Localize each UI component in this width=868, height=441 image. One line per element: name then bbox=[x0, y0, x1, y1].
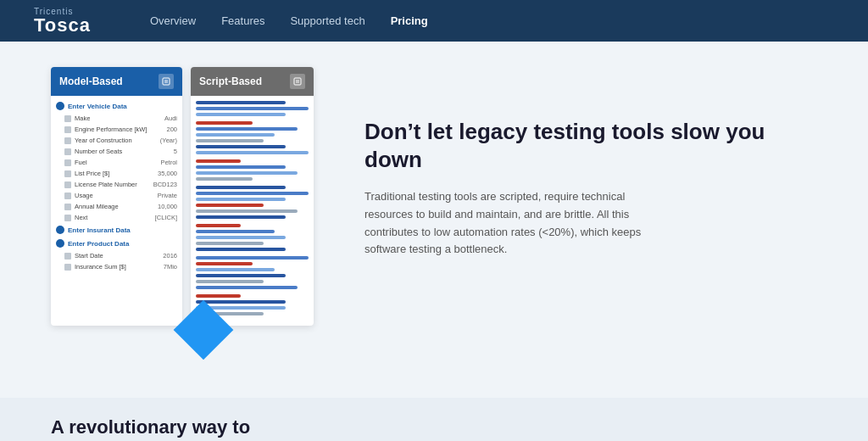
bottom-heading: A revolutionary way to bbox=[51, 416, 250, 438]
section-insurant: Enter Insurant Data bbox=[51, 223, 182, 237]
section-product-icon bbox=[56, 239, 64, 248]
table-row: Annual Mileage 10,000 bbox=[51, 201, 182, 212]
nav-pricing[interactable]: Pricing bbox=[391, 14, 428, 27]
table-row: Engine Performance [kW] 200 bbox=[51, 124, 182, 135]
row-icon bbox=[64, 126, 71, 133]
table-row: Fuel Petrol bbox=[51, 157, 182, 168]
table-row: Make Audi bbox=[51, 113, 182, 124]
section-vehicle-label: Enter Vehicle Data bbox=[68, 103, 127, 110]
main-section: Model-Based Enter Vehicle Data Make Audi bbox=[0, 42, 868, 398]
row-icon bbox=[64, 215, 71, 221]
section-insurant-icon bbox=[56, 226, 64, 234]
table-row: Usage Private bbox=[51, 190, 182, 201]
table-row: List Price [$] 35,000 bbox=[51, 168, 182, 179]
section-product: Enter Product Data bbox=[51, 237, 182, 250]
nav-overview[interactable]: Overview bbox=[150, 14, 196, 27]
table-row: Next [CLICK] bbox=[51, 212, 182, 223]
row-icon bbox=[64, 253, 71, 260]
row-icon bbox=[64, 181, 71, 188]
bottom-section: A revolutionary way to bbox=[0, 398, 868, 441]
nav-features[interactable]: Features bbox=[221, 14, 264, 27]
navbar: Tricentis Tosca Overview Features Suppor… bbox=[0, 0, 868, 42]
row-icon bbox=[64, 115, 71, 122]
table-row: Year of Construction (Year) bbox=[51, 135, 182, 146]
script-card-title: Script-Based bbox=[199, 75, 262, 87]
model-table: Enter Vehicle Data Make Audi Engine Perf… bbox=[51, 96, 182, 276]
svg-rect-3 bbox=[294, 78, 301, 85]
row-icon bbox=[64, 193, 71, 199]
section-insurant-label: Enter Insurant Data bbox=[68, 226, 131, 234]
row-icon bbox=[64, 264, 71, 271]
section-vehicle-icon bbox=[56, 102, 64, 110]
model-card-title: Model-Based bbox=[59, 75, 123, 87]
brand-logo[interactable]: Tricentis Tosca bbox=[34, 8, 91, 35]
table-row: Start Date 2016 bbox=[51, 250, 182, 261]
script-content bbox=[191, 96, 314, 326]
table-row: Insurance Sum [$] 7Mio bbox=[51, 261, 182, 272]
row-icon bbox=[64, 137, 71, 144]
table-row: License Plate Number BCD123 bbox=[51, 179, 182, 190]
row-icon bbox=[64, 148, 71, 155]
script-card-header: Script-Based bbox=[191, 67, 314, 96]
model-based-card: Model-Based Enter Vehicle Data Make Audi bbox=[51, 67, 182, 326]
script-card-icon bbox=[290, 74, 305, 89]
cards-container: Model-Based Enter Vehicle Data Make Audi bbox=[51, 67, 314, 326]
nav-supported-tech[interactable]: Supported tech bbox=[290, 14, 364, 27]
row-icon bbox=[64, 159, 71, 166]
section-vehicle: Enter Vehicle Data bbox=[51, 99, 182, 113]
table-row: Number of Seats 5 bbox=[51, 146, 182, 157]
row-icon bbox=[64, 170, 71, 177]
script-based-card: Script-Based bbox=[191, 67, 314, 326]
section-product-label: Enter Product Data bbox=[68, 240, 129, 248]
main-headline: Don’t let legacy testing tools slow you … bbox=[364, 118, 817, 173]
model-card-icon bbox=[159, 74, 174, 89]
brand-tosca-label: Tosca bbox=[34, 16, 91, 35]
model-card-header: Model-Based bbox=[51, 67, 182, 96]
row-icon bbox=[64, 204, 71, 210]
text-section: Don’t let legacy testing tools slow you … bbox=[364, 67, 817, 259]
main-body: Traditional testing tools are scripted, … bbox=[364, 188, 653, 259]
nav-links: Overview Features Supported tech Pricing bbox=[150, 14, 428, 27]
svg-rect-0 bbox=[163, 78, 170, 85]
